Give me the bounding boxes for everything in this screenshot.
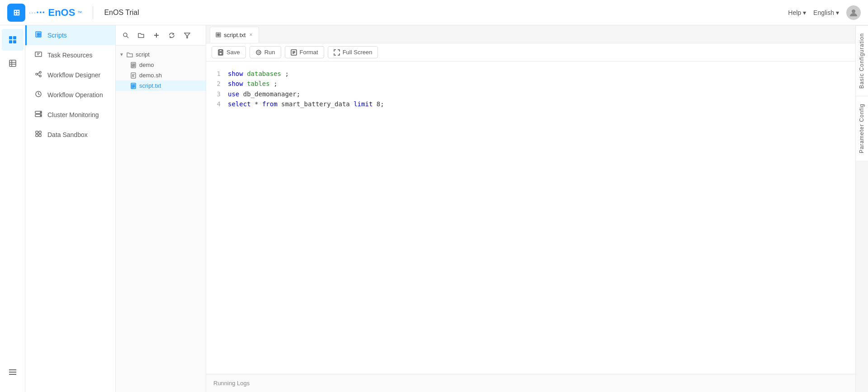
help-link[interactable]: Help ▾ bbox=[788, 9, 806, 16]
tree-item-demo-sh-label: demo.sh bbox=[139, 72, 162, 79]
svg-rect-1 bbox=[9, 36, 12, 39]
code-line-1: 1 show databases ; bbox=[213, 69, 848, 79]
nav-sidebar: Scripts Task Resources Workflow Designer… bbox=[25, 25, 116, 392]
folder-name: script bbox=[136, 51, 150, 58]
format-label: Format bbox=[300, 49, 318, 56]
svg-rect-15 bbox=[37, 35, 38, 36]
svg-rect-5 bbox=[9, 60, 16, 66]
svg-rect-11 bbox=[9, 374, 16, 375]
fullscreen-button[interactable]: Full Screen bbox=[328, 46, 378, 58]
filter-button[interactable] bbox=[181, 29, 193, 42]
file-explorer: ▼ script demo demo.sh script.txt bbox=[116, 25, 206, 392]
svg-point-20 bbox=[36, 73, 38, 75]
code-editor[interactable]: 1 show databases ; 2 show tables ; 3 bbox=[206, 61, 855, 374]
code-line-2: 2 show tables ; bbox=[213, 79, 848, 89]
svg-rect-57 bbox=[219, 35, 220, 37]
svg-point-61 bbox=[256, 50, 261, 55]
svg-rect-2 bbox=[13, 36, 16, 39]
svg-rect-32 bbox=[36, 134, 38, 137]
editor-tab-script-txt[interactable]: script.txt × bbox=[210, 27, 259, 43]
nav-item-workflow-operation[interactable]: Workflow Operation bbox=[25, 85, 115, 105]
tree-folder-script[interactable]: ▼ script bbox=[116, 49, 206, 60]
svg-point-28 bbox=[40, 112, 41, 113]
logo-dots: ···••• bbox=[29, 9, 46, 16]
logo-enos: EnOS bbox=[48, 7, 75, 19]
icon-sidebar-bottom bbox=[2, 361, 24, 392]
right-panel-tab-param-config[interactable]: Parameter Config bbox=[856, 96, 868, 161]
line-num-2: 2 bbox=[213, 79, 221, 89]
editor-tabs: script.txt × bbox=[206, 25, 855, 43]
sidebar-icon-batch[interactable] bbox=[2, 52, 24, 74]
file-tree: ▼ script demo demo.sh script.txt bbox=[116, 46, 206, 392]
refresh-button[interactable] bbox=[165, 29, 178, 42]
home-icon[interactable]: ⊞ bbox=[7, 4, 25, 22]
svg-rect-40 bbox=[132, 64, 133, 65]
nav-item-data-sandbox[interactable]: Data Sandbox bbox=[25, 125, 115, 145]
logo-trademark: ™ bbox=[77, 10, 82, 15]
line-num-1: 1 bbox=[213, 69, 221, 79]
save-button[interactable]: Save bbox=[212, 46, 246, 58]
run-button[interactable]: Run bbox=[250, 46, 281, 58]
code-content-1: show databases ; bbox=[228, 69, 289, 79]
top-nav-right: Help ▾ English ▾ bbox=[788, 5, 861, 20]
format-button[interactable]: Format bbox=[285, 46, 324, 58]
data-sandbox-icon bbox=[34, 130, 43, 139]
nav-item-task-resources[interactable]: Task Resources bbox=[25, 45, 115, 65]
workflow-designer-icon bbox=[34, 71, 43, 80]
run-label: Run bbox=[264, 49, 275, 56]
svg-rect-42 bbox=[132, 66, 133, 67]
svg-point-29 bbox=[40, 115, 41, 116]
folder-button[interactable] bbox=[135, 29, 147, 42]
env-name: EnOS Trial bbox=[104, 9, 139, 17]
svg-marker-38 bbox=[184, 33, 190, 38]
svg-rect-43 bbox=[134, 66, 135, 66]
add-button[interactable] bbox=[150, 29, 163, 42]
svg-rect-50 bbox=[134, 85, 135, 85]
search-button[interactable] bbox=[119, 29, 132, 42]
svg-rect-17 bbox=[35, 52, 42, 57]
top-nav: ⊞ ···••• EnOS ™ EnOS Trial Help ▾ Englis… bbox=[0, 0, 868, 25]
running-logs: Running Logs bbox=[206, 374, 855, 392]
language-link[interactable]: English ▾ bbox=[813, 9, 839, 16]
editor-area: script.txt × Save Run Format Full Screen bbox=[206, 25, 855, 392]
code-line-4: 4 select * from smart_battery_data limit… bbox=[213, 99, 848, 109]
user-avatar[interactable] bbox=[846, 5, 861, 20]
sidebar-icon-home[interactable] bbox=[2, 29, 24, 51]
svg-rect-4 bbox=[13, 40, 16, 43]
icon-sidebar bbox=[0, 25, 25, 392]
svg-line-35 bbox=[127, 36, 128, 38]
svg-point-21 bbox=[39, 71, 41, 73]
logo-divider bbox=[93, 6, 93, 19]
tree-item-demo-label: demo bbox=[139, 61, 154, 68]
tab-close-button[interactable]: × bbox=[248, 32, 253, 38]
code-content-4: select * from smart_battery_data limit 8… bbox=[228, 99, 384, 109]
svg-rect-31 bbox=[39, 131, 41, 133]
brand: ···••• EnOS ™ bbox=[29, 7, 82, 19]
svg-rect-55 bbox=[219, 33, 220, 35]
nav-item-workflow-designer[interactable]: Workflow Designer bbox=[25, 65, 115, 85]
tree-item-demo[interactable]: demo bbox=[116, 60, 206, 70]
sidebar-icon-menu[interactable] bbox=[2, 361, 24, 383]
svg-rect-41 bbox=[134, 64, 135, 65]
tree-item-script-txt[interactable]: script.txt bbox=[116, 80, 206, 91]
file-explorer-toolbar bbox=[116, 25, 206, 46]
line-num-3: 3 bbox=[213, 89, 221, 99]
cluster-monitoring-icon bbox=[34, 110, 43, 119]
fullscreen-label: Full Screen bbox=[343, 49, 373, 56]
tab-filename: script.txt bbox=[224, 32, 245, 38]
svg-rect-10 bbox=[9, 372, 16, 373]
svg-point-62 bbox=[258, 52, 259, 53]
main-layout: Scripts Task Resources Workflow Designer… bbox=[0, 25, 868, 392]
nav-item-cluster-monitoring[interactable]: Cluster Monitoring bbox=[25, 105, 115, 125]
svg-rect-16 bbox=[39, 35, 40, 36]
svg-rect-14 bbox=[39, 33, 40, 34]
nav-item-scripts[interactable]: Scripts bbox=[25, 25, 115, 45]
workflow-operation-icon bbox=[34, 90, 43, 99]
tree-item-demo-sh[interactable]: demo.sh bbox=[116, 70, 206, 80]
logo-area: ⊞ ···••• EnOS ™ EnOS Trial bbox=[7, 4, 139, 22]
svg-line-23 bbox=[38, 73, 39, 74]
svg-rect-13 bbox=[37, 33, 38, 34]
right-panel-tab-basic-config[interactable]: Basic Configuration bbox=[856, 25, 868, 96]
svg-line-24 bbox=[38, 75, 39, 76]
save-label: Save bbox=[226, 49, 240, 56]
